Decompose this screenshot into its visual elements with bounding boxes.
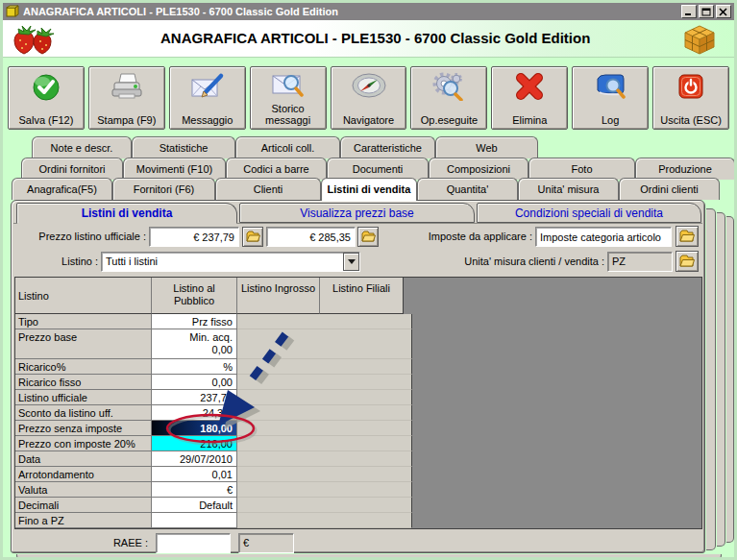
tab-caratteristiche[interactable]: Caratteristiche [340,136,435,158]
close-button[interactable] [716,5,731,18]
tab-documenti[interactable]: Documenti [327,158,429,180]
row-value[interactable]: € [152,482,237,498]
prezzo-lookup-button-1[interactable] [242,227,263,247]
app-cube-icon [6,5,19,19]
imposte-input[interactable] [535,227,672,247]
prezzo-listino-label: Prezzo listino ufficiale : [12,231,146,242]
tab-unita-misura[interactable]: Unita' misura [518,178,619,200]
row-empty-cells[interactable] [237,375,412,390]
table-row: Arrotondamento 0,01 [15,467,701,482]
row-value[interactable]: 237,79 [152,390,237,405]
log-button[interactable]: Log [572,66,649,130]
message-history-button[interactable]: Storico messaggi [250,66,327,130]
message-button[interactable]: Messaggio [169,66,246,130]
tab-listini-di-vendita[interactable]: Listini di vendita [321,178,417,201]
row-value[interactable]: Min. acq.0,00 [152,329,237,359]
table-row: Listino ufficiale 237,79 [15,390,701,405]
printer-icon [89,72,164,103]
tab-ordini-clienti[interactable]: Ordini clienti [619,178,720,200]
title-bar[interactable]: ANAGRAFICA ARTICOLI - PLE1530 - 6700 Cla… [3,3,734,20]
tab-produzione[interactable]: Produzione [635,158,735,180]
navigator-button[interactable]: Navigatore [331,66,407,130]
row-value[interactable]: 29/07/2010 [152,451,237,467]
col-header-listino[interactable]: Listino [15,278,152,314]
row-empty-cells[interactable] [237,451,412,467]
row-label: Prezzo senza imposte [15,421,152,436]
operations-button[interactable]: Op.eseguite [410,66,487,130]
tab-clienti[interactable]: Clienti [215,178,321,200]
row-value[interactable]: Default [152,498,237,513]
tab-web[interactable]: Web [435,136,538,158]
tab-note-e-descr[interactable]: Note e descr. [32,136,132,158]
maximize-button[interactable] [699,5,714,18]
tab-movimenti[interactable]: Movimenti (F10) [123,158,226,180]
inner-tab-condizioni-speciali[interactable]: Condizioni speciali di vendita [477,203,701,223]
imposte-label: Imposte da applicare : [338,231,532,242]
tab-foto[interactable]: Foto [528,158,635,180]
tab-articoli-coll[interactable]: Articoli coll. [235,136,340,158]
prezzo-listino-input-1[interactable] [149,227,239,247]
row-empty-cells[interactable] [237,467,412,482]
table-row: Fino a PZ [15,513,701,528]
row-empty-cells[interactable] [237,498,412,513]
row-empty-cells[interactable] [237,390,412,405]
dropdown-arrow-button[interactable] [343,253,359,271]
col-header-listino-al-pubblico[interactable]: Listino al Pubblico [152,278,237,314]
inner-tab-listini-di-vendita[interactable]: Listini di vendita [16,203,237,224]
row-value[interactable]: % [152,359,237,375]
row-empty-cells[interactable] [237,359,412,375]
row-value[interactable]: 0,00 [152,375,237,390]
row-value-cyan[interactable]: 216,00 [152,436,237,451]
row-empty-cells[interactable] [237,421,412,436]
row-empty-cells[interactable] [237,405,412,421]
row-label: Ricarico fisso [15,375,152,390]
table-row-highlighted: Prezzo con imposte 20% 216,00 [15,436,701,451]
row-value[interactable] [152,513,237,528]
table-header-row: Listino Listino al Pubblico Listino Ingr… [15,278,701,314]
col-header-listino-ingrosso[interactable]: Listino Ingrosso [237,278,320,314]
page-title: ANAGRAFICA ARTICOLI - PLE1530 - 6700 Cla… [160,30,590,46]
table-row: Sconto da listino uff. 24,3% [15,405,701,421]
stacked-page-edge [16,554,722,559]
envelope-magnifier-icon [251,72,326,97]
listino-dropdown[interactable]: Tutti i listini [101,252,360,272]
exit-button[interactable]: Uscita (ESC) [652,66,729,130]
row-empty-cells[interactable] [237,513,412,528]
inner-tab-visualizza-prezzi-base[interactable]: Visualizza prezzi base [239,203,475,223]
tab-ordini-fornitori[interactable]: Ordini fornitori [21,158,123,180]
tab-fornitori[interactable]: Fornitori (F6) [112,178,215,200]
stacked-page-edge [717,212,725,547]
row-empty-cells[interactable] [237,329,412,359]
save-button[interactable]: Salva (F12) [8,66,85,130]
row-value-selected[interactable]: 180,00 [152,421,237,436]
folder-icon [679,230,695,244]
tab-anagrafica[interactable]: Anagrafica(F5) [12,178,112,200]
delete-button[interactable]: Elimina [491,66,568,130]
row-value[interactable]: 24,3% [152,405,237,421]
tab-codici-a-barre[interactable]: Codici a barre [226,158,327,180]
listini-di-vendita-page: Listini di vendita Visualizza prezzi bas… [11,200,705,553]
book-magnifier-icon [573,72,648,99]
tab-statistiche[interactable]: Statistiche [132,136,235,158]
minimize-button[interactable] [681,5,697,18]
row-empty-cells[interactable] [237,482,412,498]
row-empty-cells[interactable] [237,436,412,451]
row-label: Arrotondamento [15,467,152,482]
row-value-line2: 0,00 [152,344,233,356]
imposte-lookup-button[interactable] [676,226,699,247]
unita-misura-field[interactable]: PZ [607,252,673,272]
row-value[interactable]: Prz fisso [152,314,237,329]
row-label: Decimali [15,498,152,513]
col-header-listino-filiali[interactable]: Listino Filiali [320,278,404,314]
row-empty-cells[interactable] [237,314,412,329]
table-row: Prezzo base Min. acq.0,00 [15,329,701,359]
raee-input[interactable] [156,533,231,553]
table-row: Data 29/07/2010 [15,451,701,467]
tab-quantita[interactable]: Quantita' [417,178,518,200]
row-label: Tipo [15,314,152,329]
row-label: Fino a PZ [15,513,152,528]
tab-composizioni[interactable]: Composizioni [429,158,528,180]
print-button[interactable]: Stampa (F9) [88,66,165,130]
row-value[interactable]: 0,01 [152,467,237,482]
unita-lookup-button[interactable] [676,251,699,272]
